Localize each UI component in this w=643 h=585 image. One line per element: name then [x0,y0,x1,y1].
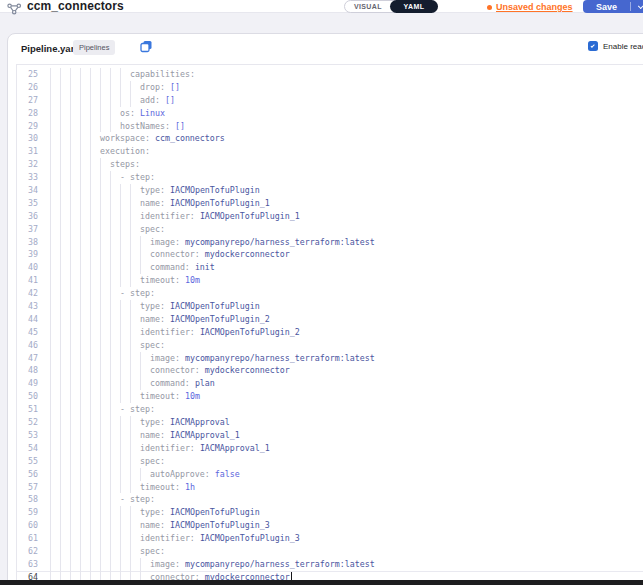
code-content[interactable]: - step: [50,403,643,416]
line-number[interactable]: 54 [17,442,38,455]
code-content[interactable]: os: Linux [50,107,643,120]
code-content[interactable]: connector: mydockerconnector [50,364,643,377]
code-line[interactable]: 27 add: [] [17,94,643,107]
line-number[interactable]: 35 [17,197,38,210]
line-number[interactable]: 33 [17,171,38,184]
code-content[interactable]: image: mycompanyrepo/harness_terraform:l… [50,558,643,571]
toggle-yaml-button[interactable]: YAML [390,0,438,13]
save-button[interactable]: Save [583,2,630,12]
line-number[interactable]: 53 [17,429,38,442]
line-number[interactable]: 52 [17,416,38,429]
code-line[interactable]: 29 hostNames: [] [17,120,643,133]
code-content[interactable]: connector: mydockerconnector [50,248,643,261]
line-number[interactable]: 43 [17,300,38,313]
code-content[interactable]: workspace: ccm_connectors [50,132,643,145]
line-number[interactable]: 56 [17,468,38,481]
code-content[interactable]: type: IACMOpenTofuPlugin [50,506,643,519]
code-line[interactable]: 28 os: Linux [17,107,643,120]
code-line[interactable]: 49 command: plan [17,377,643,390]
code-line[interactable]: 44 name: IACMOpenTofuPlugin_2 [17,313,643,326]
code-line[interactable]: 52 type: IACMApproval [17,416,643,429]
toggle-visual-button[interactable]: VISUAL [345,1,391,12]
code-line[interactable]: 25 capabilities: [17,68,643,81]
line-number[interactable]: 48 [17,364,38,377]
code-content[interactable]: identifier: IACMApproval_1 [50,442,643,455]
code-content[interactable]: name: IACMOpenTofuPlugin_2 [50,313,643,326]
line-number[interactable]: 40 [17,261,38,274]
code-content[interactable]: image: mycompanyrepo/harness_terraform:l… [50,236,643,249]
line-number[interactable]: 38 [17,236,38,249]
code-content[interactable]: hostNames: [] [50,120,643,133]
code-line[interactable]: 57 timeout: 1h [17,481,643,494]
line-number[interactable]: 37 [17,223,38,236]
line-number[interactable]: 46 [17,339,38,352]
line-number[interactable]: 49 [17,377,38,390]
code-line[interactable]: 34 type: IACMOpenTofuPlugin [17,184,643,197]
line-number[interactable]: 51 [17,403,38,416]
code-content[interactable]: command: init [50,261,643,274]
code-line[interactable]: 36 identifier: IACMOpenTofuPlugin_1 [17,210,643,223]
code-content[interactable]: identifier: IACMOpenTofuPlugin_3 [50,532,643,545]
line-number[interactable]: 62 [17,545,38,558]
line-number[interactable]: 42 [17,287,38,300]
line-number[interactable]: 59 [17,506,38,519]
code-content[interactable]: command: plan [50,377,643,390]
line-number[interactable]: 28 [17,107,38,120]
copy-icon[interactable] [140,39,153,57]
line-number[interactable]: 57 [17,481,38,494]
code-line[interactable]: 43 type: IACMOpenTofuPlugin [17,300,643,313]
code-content[interactable]: capabilities: [50,68,643,81]
code-line[interactable]: 54 identifier: IACMApproval_1 [17,442,643,455]
code-line[interactable]: 37 spec: [17,223,643,236]
code-content[interactable]: spec: [50,455,643,468]
code-content[interactable]: name: IACMOpenTofuPlugin_3 [50,519,643,532]
code-content[interactable]: spec: [50,339,643,352]
code-line[interactable]: 46 spec: [17,339,643,352]
line-number[interactable]: 29 [17,120,38,133]
yaml-editor[interactable]: 25 capabilities:26 drop: []27 add: []28 … [16,64,643,585]
code-content[interactable]: type: IACMOpenTofuPlugin [50,300,643,313]
code-line[interactable]: 39 connector: mydockerconnector [17,248,643,261]
code-content[interactable]: type: IACMOpenTofuPlugin [50,184,643,197]
line-number[interactable]: 25 [17,68,38,81]
code-content[interactable]: spec: [50,223,643,236]
line-number[interactable]: 45 [17,326,38,339]
line-number[interactable]: 36 [17,210,38,223]
code-content[interactable]: timeout: 1h [50,481,643,494]
code-line[interactable]: 33 - step: [17,171,643,184]
line-number[interactable]: 55 [17,455,38,468]
code-content[interactable]: drop: [] [50,81,643,94]
code-content[interactable]: type: IACMApproval [50,416,643,429]
code-content[interactable]: execution: [50,145,643,158]
code-line[interactable]: 55 spec: [17,455,643,468]
line-number[interactable]: 32 [17,158,38,171]
code-content[interactable]: name: IACMOpenTofuPlugin_1 [50,197,643,210]
code-line[interactable]: 30 workspace: ccm_connectors [17,132,643,145]
code-line[interactable]: 42 - step: [17,287,643,300]
line-number[interactable]: 26 [17,81,38,94]
code-content[interactable]: autoApprove: false [50,468,643,481]
line-number[interactable]: 50 [17,390,38,403]
code-line[interactable]: 61 identifier: IACMOpenTofuPlugin_3 [17,532,643,545]
line-number[interactable]: 44 [17,313,38,326]
save-dropdown-button[interactable] [631,5,643,9]
code-line[interactable]: 48 connector: mydockerconnector [17,364,643,377]
line-number[interactable]: 27 [17,94,38,107]
code-content[interactable]: identifier: IACMOpenTofuPlugin_1 [50,210,643,223]
enable-readonly-checkbox[interactable] [588,41,598,51]
code-line[interactable]: 50 timeout: 10m [17,390,643,403]
code-content[interactable]: identifier: IACMOpenTofuPlugin_2 [50,326,643,339]
code-line[interactable]: 62 spec: [17,545,643,558]
code-line[interactable]: 35 name: IACMOpenTofuPlugin_1 [17,197,643,210]
code-line[interactable]: 56 autoApprove: false [17,468,643,481]
line-number[interactable]: 47 [17,352,38,365]
code-line[interactable]: 41 timeout: 10m [17,274,643,287]
code-line[interactable]: 60 name: IACMOpenTofuPlugin_3 [17,519,643,532]
line-number[interactable]: 60 [17,519,38,532]
code-line[interactable]: 26 drop: [] [17,81,643,94]
code-line[interactable]: 53 name: IACMApproval_1 [17,429,643,442]
code-line[interactable]: 58 - step: [17,493,643,506]
line-number[interactable]: 58 [17,493,38,506]
code-content[interactable]: - step: [50,287,643,300]
code-line[interactable]: 32 steps: [17,158,643,171]
